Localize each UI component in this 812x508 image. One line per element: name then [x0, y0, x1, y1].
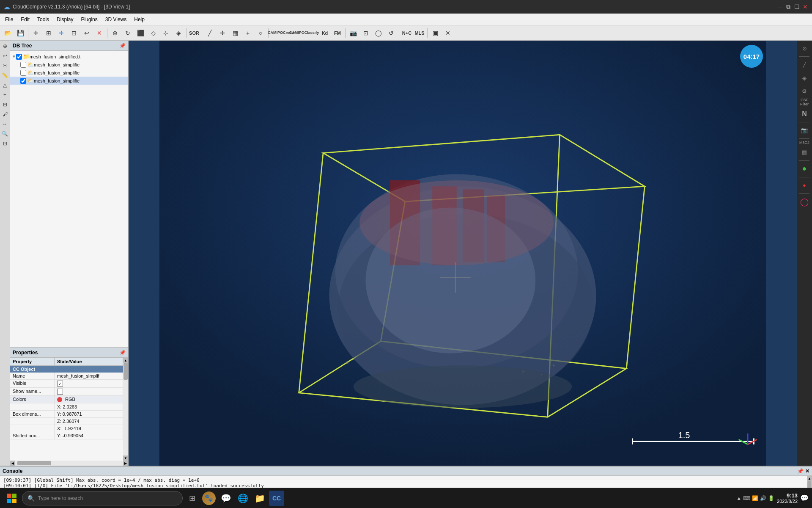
scroll-track-h[interactable]	[15, 461, 123, 466]
scroll-thumb-h[interactable]	[17, 461, 51, 465]
tree-check-1[interactable]	[20, 62, 26, 68]
green-ball-icon[interactable]: ●	[798, 163, 810, 175]
scroll-left-btn[interactable]: ◀	[10, 461, 15, 466]
taskbar-explorer[interactable]: 💬	[218, 491, 233, 506]
taskbar-mascot[interactable]: 🐾	[201, 491, 217, 506]
close-button[interactable]: ✕	[802, 3, 809, 10]
save-file-button[interactable]: 💾	[14, 27, 26, 39]
tray-sound[interactable]: 🔊	[760, 495, 766, 501]
filter-icon[interactable]: ⊘	[798, 42, 810, 54]
tools4-button[interactable]: ╱	[204, 27, 216, 39]
open-file-button[interactable]: 📂	[2, 27, 14, 39]
console-close[interactable]: ✕	[805, 468, 809, 474]
history-icon[interactable]: ↩	[0, 51, 10, 61]
tree-item-1[interactable]: ⛅ mesh_fusion_simplifie	[10, 61, 128, 69]
taskbar-cc[interactable]: CC	[269, 491, 284, 506]
adjust-right-icon[interactable]: ◈	[798, 72, 810, 84]
plus-btn[interactable]: +	[242, 27, 254, 39]
n-right-icon[interactable]: N	[798, 108, 810, 120]
tree-item-0[interactable]: ▼ 📁 mesh_fusion_simplified.t	[10, 52, 128, 61]
props-pin[interactable]: 📌	[119, 350, 126, 356]
extra2-button[interactable]: ✕	[442, 27, 454, 39]
view-list-button[interactable]: ⊞	[43, 27, 55, 39]
pink-ring-icon[interactable]: ◯	[798, 196, 810, 208]
globe-button[interactable]: ◯	[373, 27, 384, 39]
kd-button[interactable]: Kd	[319, 27, 331, 39]
sor-button[interactable]: SOR	[188, 27, 200, 39]
menu-3dviews[interactable]: 3D Views	[102, 15, 130, 24]
tools1-button[interactable]: ◇	[147, 27, 159, 39]
csf-filter-icon[interactable]: ⚙	[798, 85, 810, 97]
photo-right-icon[interactable]: 📷	[798, 124, 810, 136]
search-bar[interactable]: 🔍 Type here to search	[22, 491, 183, 505]
props-h-scrollbar[interactable]: ◀ ▶	[10, 461, 128, 466]
block-btn[interactable]: ▦	[229, 27, 241, 39]
subdivide-button[interactable]: ⬛	[134, 27, 146, 39]
tree-item-2[interactable]: ⛅ mesh_fusion_simplifie	[10, 69, 128, 77]
tree-check-0[interactable]	[16, 54, 22, 60]
tree-expand-0[interactable]: ▼	[12, 54, 16, 59]
tree-check-3[interactable]	[20, 78, 26, 84]
visible-checkbox[interactable]	[57, 381, 63, 387]
tools2-button[interactable]: ⊹	[160, 27, 172, 39]
tray-keyboard[interactable]: ⌨	[743, 495, 750, 501]
snapshot-button[interactable]: 📷	[347, 27, 359, 39]
taskbar-files[interactable]: 📁	[252, 491, 267, 506]
console-scroll-up[interactable]: ▲	[807, 476, 812, 481]
scroll-track[interactable]	[123, 363, 128, 456]
taskview-icon[interactable]: ⊞	[184, 491, 200, 506]
box-select-icon[interactable]: ⊡	[0, 139, 10, 148]
measure-icon[interactable]: 📏	[0, 71, 10, 80]
system-clock[interactable]: 9:13 2022/8/22	[777, 492, 798, 504]
m3c2-icon[interactable]: ▦	[798, 146, 810, 158]
menu-file[interactable]: File	[2, 15, 16, 24]
cross-btn[interactable]: ✛	[217, 27, 228, 39]
viewport[interactable]: 1.5 + 04:17	[129, 41, 797, 466]
scroll-up-btn[interactable]: ▲	[123, 358, 128, 363]
tray-battery[interactable]: 🔋	[768, 495, 774, 501]
props-scrollbar[interactable]: ▲ ▼	[123, 358, 128, 461]
clip-button[interactable]: ⊡	[360, 27, 372, 39]
fm-button[interactable]: FM	[332, 27, 343, 39]
tray-up-arrow[interactable]: ▲	[736, 495, 741, 501]
menu-tools[interactable]: Tools	[34, 15, 52, 24]
delete-button[interactable]: ✕	[93, 27, 105, 39]
segment-button[interactable]: ⊡	[68, 27, 80, 39]
prop-showname-value[interactable]	[55, 388, 123, 395]
global-view-icon[interactable]: ⊕	[0, 41, 10, 51]
tools3-button[interactable]: ◈	[173, 27, 184, 39]
nc-button[interactable]: N+C	[401, 27, 413, 39]
mls-button[interactable]: MLS	[414, 27, 425, 39]
menu-display[interactable]: Display	[53, 15, 77, 24]
menu-edit[interactable]: Edit	[17, 15, 33, 24]
ortho-button[interactable]: ↺	[385, 27, 397, 39]
notification-icon[interactable]: 💬	[800, 494, 809, 502]
showname-checkbox[interactable]	[57, 389, 63, 395]
layers-icon[interactable]: ⊟	[0, 100, 10, 109]
start-button[interactable]	[3, 490, 20, 507]
tree-check-2[interactable]	[20, 70, 26, 76]
tree-item-3[interactable]: ⛅ mesh_fusion_simplifie	[10, 77, 128, 85]
tray-network[interactable]: 📶	[752, 495, 758, 501]
console-pin[interactable]: 📌	[797, 468, 804, 474]
paint-icon[interactable]: 🖌	[0, 110, 10, 119]
translate-button[interactable]: ✛	[55, 27, 67, 39]
scroll-thumb[interactable]	[123, 363, 128, 380]
circle-btn[interactable]: ○	[255, 27, 266, 39]
line-right-icon[interactable]: ╱	[798, 59, 810, 71]
polyline-icon[interactable]: △	[0, 80, 10, 90]
transform-icon[interactable]: ↔	[0, 119, 10, 129]
search-left-icon[interactable]: 🔍	[0, 129, 10, 138]
maximize-button[interactable]: ☐	[793, 3, 800, 10]
db-tree-pin[interactable]: 📌	[119, 43, 126, 49]
camipo-classify-button[interactable]: CAMIPOClassify	[293, 27, 315, 39]
scissors-icon[interactable]: ✂	[0, 61, 10, 70]
restore-button[interactable]: ⧉	[785, 3, 792, 10]
rotate-button[interactable]: ↻	[122, 27, 134, 39]
extra1-button[interactable]: ▣	[429, 27, 441, 39]
taskbar-edge[interactable]: 🌐	[235, 491, 250, 506]
red-icon[interactable]: ●	[798, 179, 810, 191]
deselect-button[interactable]: ↩	[81, 27, 93, 39]
pick-button[interactable]: ⊕	[109, 27, 121, 39]
add-point-icon[interactable]: +	[0, 90, 10, 99]
